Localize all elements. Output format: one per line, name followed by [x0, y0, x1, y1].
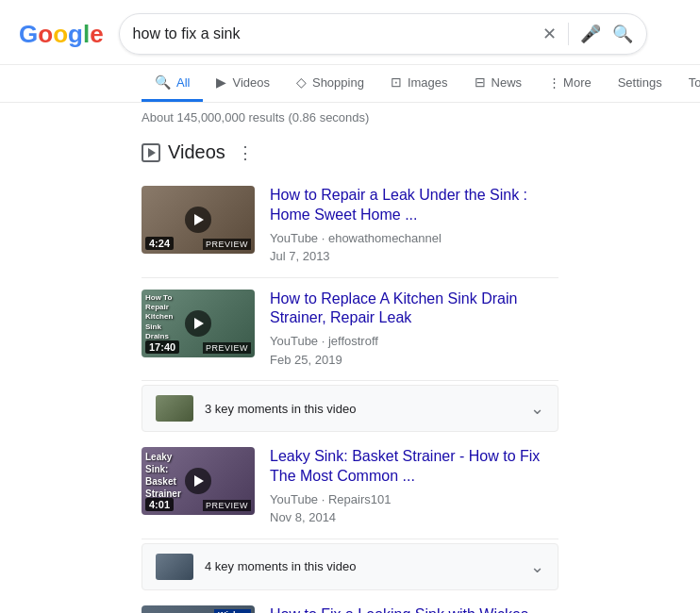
videos-tab-icon: ▶ — [216, 75, 226, 90]
search-input[interactable] — [133, 25, 542, 42]
thumb-overlay-text-2: How ToRepairKitchenSinkDrains — [145, 293, 173, 342]
video-preview-label-3: PREVIEW — [203, 500, 251, 511]
tools-label: Tools — [689, 75, 700, 90]
search-bar[interactable]: ✕ 🎤 🔍 — [119, 13, 647, 55]
video-duration-1: 4:24 — [145, 237, 174, 250]
video-source-3: YouTube · Repairs101 — [270, 490, 558, 509]
video-card-3: LeakySink:BasketStrainer 4:01 PREVIEW Le… — [142, 436, 558, 539]
tab-shopping-label: Shopping — [312, 75, 364, 90]
settings-tab[interactable]: Settings — [605, 66, 675, 102]
shopping-tab-icon: ◇ — [296, 75, 307, 90]
video-thumbnail-2[interactable]: How ToRepairKitchenSinkDrains 17:40 PREV… — [142, 290, 255, 357]
play-button-2[interactable] — [185, 310, 211, 337]
video-duration-3: 4:01 — [145, 498, 174, 511]
video-card-4: Wickes 3:10 PREVIEW How to Fix a Leaking… — [142, 594, 558, 613]
tab-images-label: Images — [408, 75, 448, 90]
key-moments-row-3[interactable]: 4 key moments in this video ⌄ — [142, 543, 558, 590]
search-submit-icon[interactable]: 🔍 — [612, 24, 633, 44]
video-link-3[interactable]: Leaky Sink: Basket Strainer - How to Fix… — [270, 448, 540, 484]
tools-tab[interactable]: Tools — [675, 66, 700, 102]
key-moments-thumb-3 — [156, 554, 193, 580]
tab-images[interactable]: ⊡ Images — [377, 65, 461, 102]
videos-more-dots-icon[interactable]: ⋮ — [237, 142, 254, 163]
key-moments-chevron-3: ⌄ — [530, 556, 544, 577]
videos-section-icon — [142, 143, 160, 162]
tab-videos-label: Videos — [232, 75, 270, 90]
nav-tabs: 🔍 All ▶ Videos ◇ Shopping ⊡ Images ⊟ New… — [0, 65, 700, 103]
key-moments-chevron-2: ⌄ — [530, 398, 544, 419]
results-info: About 145,000,000 results (0.86 seconds) — [0, 103, 700, 132]
video-preview-label-2: PREVIEW — [203, 342, 251, 354]
news-tab-icon: ⊟ — [475, 75, 486, 90]
video-link-1[interactable]: How to Repair a Leak Under the Sink : Ho… — [270, 187, 527, 223]
video-card-2: How ToRepairKitchenSinkDrains 17:40 PREV… — [142, 278, 558, 382]
tab-shopping[interactable]: ◇ Shopping — [283, 65, 377, 102]
video-meta-3: YouTube · Repairs101 Nov 8, 2014 — [270, 490, 558, 527]
video-thumbnail-3[interactable]: LeakySink:BasketStrainer 4:01 PREVIEW — [142, 447, 255, 515]
tab-more-label: More — [563, 75, 592, 90]
tab-all-label: All — [176, 75, 190, 90]
video-preview-label-1: PREVIEW — [203, 239, 251, 250]
videos-section-header: Videos ⋮ — [142, 141, 558, 163]
video-info-4: How to Fix a Leaking Sink with Wickes Yo… — [270, 605, 558, 613]
video-date-2: Feb 25, 2019 — [270, 351, 558, 370]
google-logo: Google — [19, 20, 104, 49]
videos-section: Videos ⋮ 4:24 PREVIEW How to Repair a Le… — [0, 132, 700, 613]
images-tab-icon: ⊡ — [391, 75, 402, 90]
search-bar-divider — [568, 23, 569, 45]
clear-icon[interactable]: ✕ — [542, 24, 557, 44]
nav-right: Settings Tools — [605, 66, 700, 102]
video-source-1: YouTube · ehowathomechannel — [270, 229, 558, 248]
tab-more[interactable]: ⋮ More — [535, 66, 605, 102]
video-info-1: How to Repair a Leak Under the Sink : Ho… — [270, 186, 558, 266]
header: Google ✕ 🎤 🔍 — [0, 0, 700, 65]
video-duration-2: 17:40 — [145, 340, 179, 354]
thumb-overlay-text-3: LeakySink:BasketStrainer — [145, 451, 181, 500]
key-moments-row-2[interactable]: 3 key moments in this video ⌄ — [142, 385, 558, 432]
video-info-3: Leaky Sink: Basket Strainer - How to Fix… — [270, 447, 558, 527]
key-moments-thumb-2 — [156, 395, 193, 422]
key-moments-text-3: 4 key moments in this video — [205, 559, 530, 573]
play-button-1[interactable] — [185, 207, 211, 233]
tab-news[interactable]: ⊟ News — [461, 65, 536, 102]
thumb-wickes-label: Wickes — [214, 609, 251, 613]
videos-section-title: Videos — [168, 141, 225, 163]
all-tab-icon: 🔍 — [155, 75, 171, 90]
tab-all[interactable]: 🔍 All — [142, 65, 203, 102]
microphone-icon[interactable]: 🎤 — [580, 24, 601, 44]
video-thumbnail-4[interactable]: Wickes 3:10 PREVIEW — [142, 605, 255, 613]
video-meta-1: YouTube · ehowathomechannel Jul 7, 2013 — [270, 229, 558, 266]
video-source-2: YouTube · jeffostroff — [270, 332, 558, 351]
video-link-2[interactable]: How to Replace A Kitchen Sink Drain Stra… — [270, 290, 517, 326]
tab-news-label: News — [492, 75, 523, 90]
key-moments-text-2: 3 key moments in this video — [205, 402, 530, 416]
tab-videos[interactable]: ▶ Videos — [203, 65, 283, 102]
search-bar-icons: ✕ 🎤 🔍 — [542, 23, 633, 45]
more-dots-icon: ⋮ — [548, 75, 560, 90]
video-meta-2: YouTube · jeffostroff Feb 25, 2019 — [270, 332, 558, 369]
settings-label: Settings — [618, 75, 662, 90]
video-link-4[interactable]: How to Fix a Leaking Sink with Wickes — [270, 606, 528, 613]
video-info-2: How to Replace A Kitchen Sink Drain Stra… — [270, 290, 558, 370]
video-card-1: 4:24 PREVIEW How to Repair a Leak Under … — [142, 174, 558, 278]
video-thumbnail-1[interactable]: 4:24 PREVIEW — [142, 186, 255, 254]
results-count: About 145,000,000 results (0.86 seconds) — [142, 110, 369, 124]
video-date-1: Jul 7, 2013 — [270, 247, 558, 266]
video-date-3: Nov 8, 2014 — [270, 508, 558, 527]
play-button-3[interactable] — [185, 468, 211, 494]
